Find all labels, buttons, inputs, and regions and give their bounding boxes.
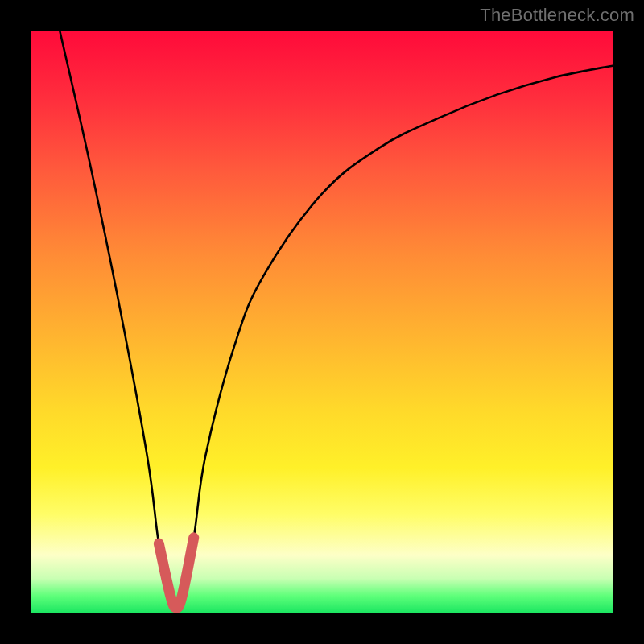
- curve-svg: [31, 31, 613, 613]
- bottleneck-curve-path: [60, 31, 613, 608]
- plot-area: [31, 31, 613, 613]
- outer-frame: TheBottleneck.com: [0, 0, 644, 644]
- watermark-label: TheBottleneck.com: [480, 5, 634, 26]
- bottleneck-curve-accent: [159, 538, 193, 608]
